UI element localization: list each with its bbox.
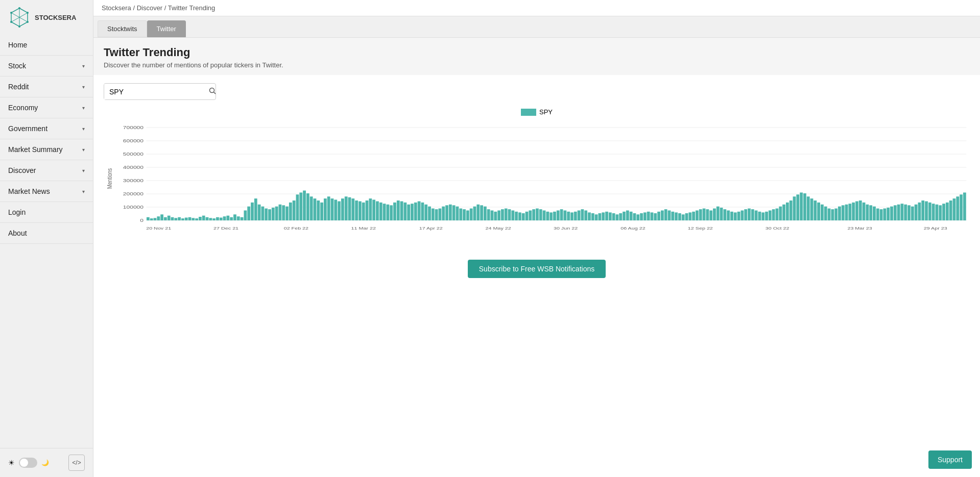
bar-item [713, 209, 716, 220]
bar-item [320, 203, 323, 220]
bar-item [505, 209, 508, 220]
sidebar-item-home[interactable]: Home [0, 35, 93, 56]
bar-item [873, 207, 876, 220]
sidebar-item-about[interactable]: About [0, 223, 93, 244]
bar-item [178, 217, 181, 220]
sidebar-item-login[interactable]: Login [0, 202, 93, 223]
bar-item [470, 209, 473, 220]
bar-item [897, 205, 900, 220]
chart-legend: SPY [104, 108, 970, 116]
bar-item [807, 196, 810, 220]
bar-item [942, 204, 945, 220]
bar-item [532, 209, 535, 220]
bar-item [863, 203, 866, 220]
bar-item [553, 212, 556, 220]
bar-item [932, 204, 935, 220]
bar-item [869, 205, 872, 220]
bar-item [682, 214, 685, 220]
sidebar-item-economy[interactable]: Economy▾ [0, 97, 93, 118]
bar-item [737, 212, 740, 220]
bar-item [206, 217, 209, 220]
bar-item [449, 205, 452, 220]
chevron-icon: ▾ [82, 105, 85, 111]
svg-text:23 Mar 23: 23 Mar 23 [847, 225, 872, 230]
bar-item [688, 212, 691, 220]
bar-item [834, 209, 838, 220]
search-icon [209, 87, 216, 94]
search-button[interactable] [204, 84, 221, 99]
bar-item [497, 211, 500, 221]
bar-item [612, 213, 615, 220]
bar-item [842, 205, 845, 220]
bar-item [268, 209, 271, 220]
search-input[interactable] [104, 84, 204, 99]
bar-item [591, 213, 594, 220]
bar-item [605, 212, 608, 220]
bar-item [699, 209, 702, 220]
bar-item [817, 203, 820, 220]
bar-item [529, 211, 532, 221]
bar-item [459, 209, 462, 220]
bar-chart: 700000 600000 500000 400000 300000 20000… [104, 120, 970, 237]
chevron-icon: ▾ [82, 63, 85, 69]
tab-stocktwits[interactable]: Stocktwits [98, 20, 147, 37]
svg-line-11 [214, 92, 216, 94]
chevron-icon: ▾ [82, 168, 85, 173]
bar-item [452, 205, 456, 220]
bar-item [386, 205, 389, 220]
bar-item [334, 199, 337, 220]
bar-item [911, 207, 914, 220]
sidebar-item-reddit[interactable]: Reddit▾ [0, 77, 93, 97]
sidebar-item-stock[interactable]: Stock▾ [0, 56, 93, 77]
bar-item [435, 209, 438, 220]
bar-item [223, 216, 226, 220]
bar-item [657, 212, 660, 220]
tab-twitter[interactable]: Twitter [147, 20, 186, 37]
bar-item [390, 205, 393, 220]
bar-item [432, 209, 435, 220]
bar-item [209, 218, 212, 220]
sidebar-item-discover[interactable]: Discover▾ [0, 160, 93, 181]
svg-point-9 [10, 12, 12, 14]
subscribe-button[interactable]: Subscribe to Free WSB Notifications [468, 260, 606, 278]
bar-item [918, 203, 921, 220]
bar-item [285, 207, 289, 220]
bar-item [226, 216, 229, 220]
bar-item [303, 191, 306, 221]
bar-item [241, 217, 244, 220]
bar-item [647, 212, 650, 220]
theme-toggle[interactable] [19, 458, 37, 468]
bar-item [876, 209, 879, 220]
svg-text:200000: 200000 [123, 191, 144, 196]
bar-item [421, 203, 424, 220]
bar-item [501, 209, 504, 220]
sidebar-item-market-news[interactable]: Market News▾ [0, 181, 93, 202]
svg-text:30 Jun 22: 30 Jun 22 [554, 225, 578, 230]
bar-item [609, 212, 612, 220]
sidebar: STOCKSERA HomeStock▾Reddit▾Economy▾Gover… [0, 0, 93, 477]
bar-item [782, 205, 785, 220]
support-button[interactable]: Support [928, 450, 972, 469]
svg-text:12 Sep 22: 12 Sep 22 [688, 225, 713, 230]
bar-item [616, 214, 619, 220]
bar-item [480, 205, 483, 220]
bar-item [956, 196, 959, 220]
logo-area[interactable]: STOCKSERA [0, 0, 93, 35]
sidebar-item-government[interactable]: Government▾ [0, 118, 93, 139]
svg-point-10 [210, 88, 214, 93]
svg-text:100000: 100000 [123, 205, 144, 210]
page-header: Twitter Trending Discover the number of … [93, 38, 980, 75]
bar-item [636, 214, 639, 220]
bar-item [900, 204, 903, 220]
bar-item [237, 216, 240, 220]
bar-item [602, 212, 605, 220]
legend-label: SPY [539, 108, 553, 116]
bar-item [272, 208, 275, 220]
bar-item [671, 212, 674, 220]
bar-item [466, 211, 469, 221]
code-button[interactable]: </> [68, 455, 85, 471]
bar-item [508, 209, 511, 220]
bar-item [716, 207, 720, 220]
bar-item [338, 202, 341, 220]
sidebar-item-market-summary[interactable]: Market Summary▾ [0, 139, 93, 160]
